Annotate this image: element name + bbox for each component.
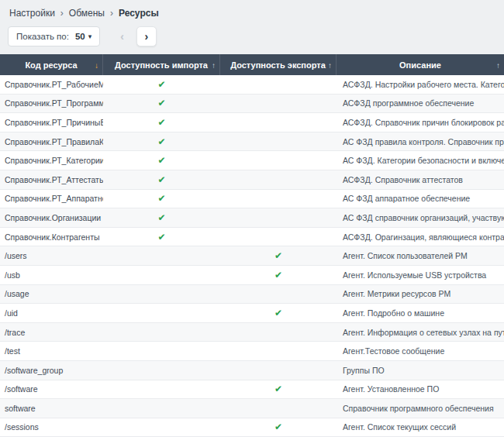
description-cell: Агент. Используемые USB устройства: [337, 266, 504, 284]
import-availability-cell: ✔: [103, 399, 220, 418]
column-header-resource-code[interactable]: Код ресурса ↓: [0, 54, 103, 75]
import-check-icon: ✔: [157, 136, 165, 147]
table-row[interactable]: software ✔ ✔ Справочник программного обе…: [0, 399, 504, 418]
column-header-label: Код ресурса: [25, 60, 77, 70]
table-row[interactable]: /users ✔ ✔ Агент. Список пользователей Р…: [0, 246, 504, 266]
column-header-import-availability[interactable]: Доступность импорта ↑: [103, 54, 220, 75]
import-availability-cell: ✔: [103, 95, 220, 113]
export-availability-cell: ✔: [220, 190, 337, 208]
import-check-icon: ✔: [157, 117, 165, 128]
resource-code-cell: /test: [0, 342, 103, 360]
export-availability-cell: ✔: [220, 246, 337, 265]
table-row[interactable]: Справочник.РТ_РабочиеМес... ✔ ✔ АСФЗД. Н…: [0, 75, 504, 95]
import-availability-cell: ✔: [103, 285, 220, 304]
breadcrumb-separator-icon: ›: [110, 8, 113, 19]
resource-code-cell: /users: [0, 246, 103, 265]
description-cell: АС ФЗД. Категории безопасности и включен…: [337, 151, 504, 170]
import-availability-cell: ✔: [103, 304, 220, 322]
resource-code-cell: /software_group: [0, 361, 103, 380]
table-row[interactable]: Справочник.РТ_ПричиныБло... ✔ ✔ АСФЗД. С…: [0, 113, 504, 132]
description-cell: АС ФЗД правила контроля. Справочник прав…: [337, 132, 504, 151]
table-row[interactable]: /uid ✔ ✔ Агент. Подробно о машине: [0, 304, 504, 323]
export-availability-cell: ✔: [220, 170, 337, 189]
import-check-icon: ✔: [157, 79, 165, 90]
table-row[interactable]: Справочник.Контрагенты ✔ ✔ АСФЗД. Орагин…: [0, 228, 504, 247]
description-cell: Агент. Список текущих сессий: [337, 418, 504, 437]
sort-asc-icon[interactable]: ↑: [212, 60, 216, 69]
page-size-control: Показать по: 50 ▾: [8, 26, 100, 46]
import-check-icon: ✔: [157, 174, 165, 185]
description-cell: Справочник программного обеспечения: [337, 399, 504, 418]
export-availability-cell: ✔: [220, 75, 337, 94]
export-availability-cell: ✔: [220, 208, 337, 227]
table-row[interactable]: Справочник.РТ_Программно... ✔ ✔ АСФЗД пр…: [0, 95, 504, 114]
column-header-label: Доступность экспорта: [230, 60, 326, 70]
export-availability-cell: ✔: [220, 132, 337, 151]
table-header-row: Код ресурса ↓ Доступность импорта ↑ Дост…: [0, 54, 504, 75]
table-row[interactable]: /usage ✔ ✔ Агент. Метрики ресурсов РМ: [0, 285, 504, 305]
table-row[interactable]: Справочник.Организации ✔ ✔ АС ФЗД справо…: [0, 208, 504, 228]
import-availability-cell: ✔: [103, 361, 220, 380]
export-availability-cell: ✔: [220, 361, 337, 380]
description-cell: Агент. Список пользователей РМ: [337, 246, 504, 265]
resource-code-cell: Справочник.РТ_ПричиныБло...: [0, 113, 103, 132]
page-size-label: Показать по:: [16, 32, 69, 41]
column-header-export-availability[interactable]: Доступность экспорта ↑: [220, 54, 337, 75]
import-availability-cell: ✔: [103, 75, 220, 94]
resource-code-cell: Справочник.РТ_Аппаратное...: [0, 190, 103, 208]
resource-code-cell: software: [0, 399, 103, 418]
export-availability-cell: ✔: [220, 304, 337, 322]
import-availability-cell: ✔: [103, 418, 220, 437]
sort-desc-icon[interactable]: ↓: [95, 60, 98, 69]
next-page-button[interactable]: ›: [136, 26, 157, 46]
export-availability-cell: ✔: [220, 228, 337, 246]
table-row[interactable]: /software ✔ ✔ Агент. Установленное ПО: [0, 380, 504, 400]
resource-code-cell: Справочник.Контрагенты: [0, 228, 103, 246]
column-header-description[interactable]: Описание ↑: [337, 54, 504, 75]
import-availability-cell: ✔: [103, 266, 220, 284]
description-cell: АСФЗД. Орагинзация, являющиеся контраген…: [337, 228, 504, 246]
table-row[interactable]: Справочник.РТ_КатегорииБе... ✔ ✔ АС ФЗД.…: [0, 151, 504, 170]
page-size-select[interactable]: 50 ▾: [75, 32, 91, 41]
export-availability-cell: ✔: [220, 380, 337, 399]
breadcrumb-item-settings[interactable]: Настройки: [9, 8, 55, 19]
resource-code-cell: /usb: [0, 266, 103, 284]
import-availability-cell: ✔: [103, 151, 220, 170]
description-cell: АС ФЗД аппаратное обеспечение: [337, 190, 504, 208]
breadcrumb-item-exchanges[interactable]: Обмены: [69, 8, 105, 19]
table-row[interactable]: /trace ✔ ✔ Агент. Информация о сетевых у…: [0, 323, 504, 342]
sort-asc-icon[interactable]: ↑: [496, 60, 500, 69]
page-size-value: 50: [75, 32, 85, 41]
table-row[interactable]: /test ✔ ✔ Агент.Тестовое сообщение: [0, 342, 504, 361]
description-cell: Агент. Установленное ПО: [337, 380, 504, 399]
table-row[interactable]: /usb ✔ ✔ Агент. Используемые USB устройс…: [0, 266, 504, 285]
export-check-icon: ✔: [274, 250, 282, 261]
table-row[interactable]: Справочник.РТ_АттестатыРМ ✔ ✔ АСФЗД. Спр…: [0, 170, 504, 190]
resource-code-cell: /usage: [0, 285, 103, 304]
table-row[interactable]: /software_group ✔ ✔ Группы ПО: [0, 361, 504, 380]
import-availability-cell: ✔: [103, 113, 220, 132]
import-availability-cell: ✔: [103, 132, 220, 151]
import-availability-cell: ✔: [103, 228, 220, 246]
table-row[interactable]: Справочник.РТ_Аппаратное... ✔ ✔ АС ФЗД а…: [0, 190, 504, 209]
chevron-down-icon: ▾: [88, 33, 92, 40]
resources-table: Код ресурса ↓ Доступность импорта ↑ Дост…: [0, 54, 504, 437]
import-availability-cell: ✔: [103, 190, 220, 208]
sort-asc-icon[interactable]: ↑: [328, 60, 332, 69]
resource-code-cell: Справочник.РТ_КатегорииБе...: [0, 151, 103, 170]
description-cell: АСФЗД. Настройки рабочего места. Категор…: [337, 75, 504, 94]
export-check-icon: ✔: [274, 308, 282, 318]
table-row[interactable]: /sessions ✔ ✔ Агент. Список текущих сесс…: [0, 418, 504, 437]
prev-page-button[interactable]: ‹: [116, 30, 129, 43]
description-cell: Агент. Подробно о машине: [337, 304, 504, 322]
import-availability-cell: ✔: [103, 342, 220, 360]
table-row[interactable]: Справочник.РТ_ПравилаКон... ✔ ✔ АС ФЗД п…: [0, 132, 504, 152]
export-availability-cell: ✔: [220, 323, 337, 342]
breadcrumb-item-resources: Ресурсы: [119, 8, 159, 19]
resource-code-cell: Справочник.РТ_АттестатыРМ: [0, 170, 103, 189]
pagination: ‹ ›: [116, 26, 157, 46]
export-availability-cell: ✔: [220, 95, 337, 113]
resource-code-cell: /trace: [0, 323, 103, 342]
export-availability-cell: ✔: [220, 285, 337, 304]
export-availability-cell: ✔: [220, 399, 337, 418]
